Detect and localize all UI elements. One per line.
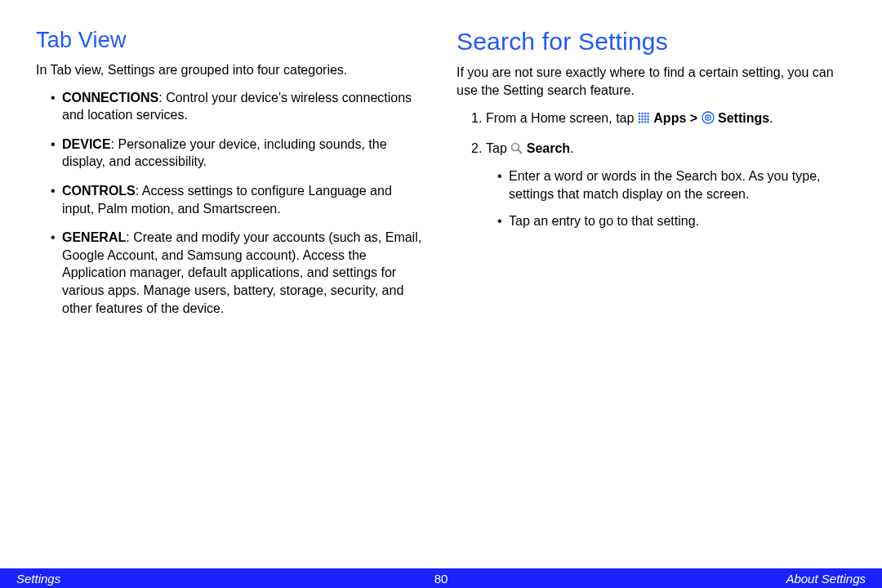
step-item: Tap Search. Enter a word or words in the… xyxy=(471,139,846,230)
svg-point-6 xyxy=(644,115,646,117)
step-text: Tap xyxy=(486,141,510,155)
page-number: 80 xyxy=(434,572,448,586)
category-name: DEVICE xyxy=(62,137,111,151)
sub-list: Enter a word or words in the Search box.… xyxy=(486,167,846,230)
step-post: . xyxy=(570,141,573,155)
svg-point-14 xyxy=(644,121,646,122)
search-label: Search xyxy=(527,141,570,155)
steps-list: From a Home screen, tap Apps > xyxy=(457,109,846,230)
svg-point-4 xyxy=(639,115,640,117)
category-name: GENERAL xyxy=(62,230,126,244)
footer-right: About Settings xyxy=(786,572,866,586)
apps-label: Apps xyxy=(653,111,686,125)
left-column: Tab View In Tab view, Settings are group… xyxy=(36,28,425,328)
svg-point-9 xyxy=(641,118,643,120)
svg-point-7 xyxy=(647,115,648,117)
apps-grid-icon xyxy=(638,110,650,131)
heading-search-settings: Search for Settings xyxy=(457,28,846,56)
separator: > xyxy=(686,111,701,125)
list-item: CONTROLS: Access settings to configure L… xyxy=(51,182,425,217)
page-footer: Settings 80 About Settings xyxy=(0,568,882,588)
category-desc: : Personalize your device, including sou… xyxy=(62,137,387,169)
step-item: From a Home screen, tap Apps > xyxy=(471,109,846,131)
svg-point-12 xyxy=(639,121,640,122)
list-item: GENERAL: Create and modify your accounts… xyxy=(51,229,425,317)
svg-point-0 xyxy=(639,113,640,114)
svg-point-5 xyxy=(641,115,643,117)
category-list: CONNECTIONS: Control your device's wirel… xyxy=(36,89,425,318)
category-name: CONNECTIONS xyxy=(62,91,158,105)
svg-point-13 xyxy=(641,121,643,122)
list-item: DEVICE: Personalize your device, includi… xyxy=(51,136,425,171)
document-page: Tab View In Tab view, Settings are group… xyxy=(0,0,882,588)
search-icon xyxy=(510,140,523,161)
right-column: Search for Settings If you are not sure … xyxy=(457,28,846,328)
list-item: Tap an entry to go to that setting. xyxy=(497,212,846,230)
settings-label: Settings xyxy=(718,111,769,125)
step-text: From a Home screen, tap xyxy=(486,111,638,125)
svg-point-10 xyxy=(644,118,646,120)
svg-point-18 xyxy=(706,117,708,118)
footer-left: Settings xyxy=(16,572,60,586)
heading-tab-view: Tab View xyxy=(36,28,425,53)
list-item: CONNECTIONS: Control your device's wirel… xyxy=(51,89,425,124)
list-item: Enter a word or words in the Search box.… xyxy=(497,167,846,204)
svg-point-3 xyxy=(647,113,648,114)
intro-text: If you are not sure exactly where to fin… xyxy=(457,64,846,99)
category-name: CONTROLS xyxy=(62,184,136,198)
svg-line-20 xyxy=(519,149,522,153)
svg-point-8 xyxy=(639,118,640,120)
content-columns: Tab View In Tab view, Settings are group… xyxy=(0,0,882,328)
svg-point-2 xyxy=(644,113,646,114)
settings-gear-icon xyxy=(702,110,715,131)
step-post: . xyxy=(769,111,773,125)
svg-point-15 xyxy=(647,121,648,122)
svg-point-11 xyxy=(647,118,648,120)
svg-point-1 xyxy=(641,113,643,114)
intro-text: In Tab view, Settings are grouped into f… xyxy=(36,61,425,79)
